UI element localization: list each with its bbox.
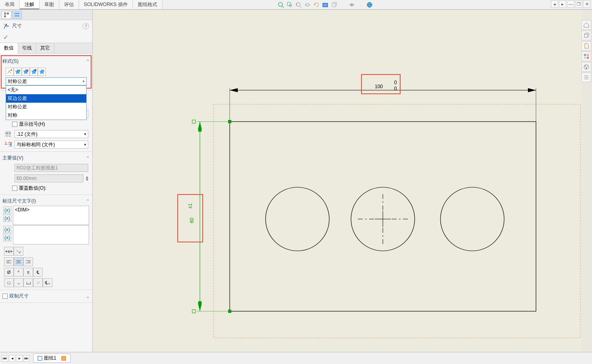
previous-view-icon[interactable] [295,1,302,8]
tab-sheet-format[interactable]: 图纸格式 [133,0,162,9]
tab-evaluate[interactable]: 评估 [59,0,79,9]
text-pos-2[interactable] [14,247,23,256]
zoom-fit-icon[interactable] [277,1,285,8]
text-prefix-icon[interactable]: (x) [3,207,11,214]
nav-first[interactable]: ⏮ [2,355,8,362]
drawing-canvas[interactable]: 100 0 0 60 ±1 [93,10,582,352]
tab-sketch[interactable]: 草图 [39,0,59,9]
style-dropdown[interactable]: 对称公差 ▾ [6,77,87,85]
symbol-counterbore[interactable]: ⌴ [23,278,33,287]
svg-text:60: 60 [189,217,195,223]
prev-window-btn[interactable]: ◂ [551,0,558,8]
symbol-centerline[interactable]: ℄ [33,268,43,277]
symbol-depth[interactable]: ⌵ [14,278,23,287]
tab-solidworks-addins[interactable]: SOLIDWORKS 插件 [79,0,133,9]
style-dropdown-list: <无> 双边公差 对称公差 对称 [6,85,87,120]
appearance-icon[interactable] [582,62,591,72]
sub-tab-leader[interactable]: 引线 [18,43,36,53]
sheet-menu-icon[interactable] [61,356,66,361]
precision2-select[interactable]: 与标称相同 (文件) ▾ [15,141,88,149]
justify-right[interactable] [23,257,33,266]
display-style-icon[interactable] [322,1,329,8]
primary-value-header[interactable]: 主要值(V) ⌃ [2,153,90,163]
svg-rect-12 [15,13,19,14]
dim-text-textarea2[interactable] [13,225,89,244]
next-window-btn[interactable]: ▸ [559,0,566,8]
style-load-icon[interactable] [38,68,46,76]
style-section-header[interactable]: 样式(S) ⌃ [2,57,90,66]
box-icon[interactable] [330,1,338,8]
nav-next[interactable]: ▸ [16,355,23,362]
style-apply-icon[interactable] [6,68,14,76]
symbol-diameter[interactable]: Ø [4,268,14,277]
maximize-btn[interactable]: ❐ [575,0,582,8]
justify-left[interactable] [4,257,14,266]
text-suffix2-icon[interactable]: (x) [3,234,11,241]
nav-prev[interactable]: ◂ [9,355,15,362]
help-icon[interactable]: ? [83,23,89,29]
dd-item-symmetric[interactable]: 对称 [6,111,86,120]
panel-mode-props-btn[interactable] [12,11,22,19]
nav-last[interactable]: ⏭ [23,355,30,362]
chevron-down-icon: ▾ [84,132,86,136]
zoom-area-icon[interactable] [286,1,293,8]
grid4-icon[interactable] [582,52,591,61]
box-toolbar-icon[interactable] [582,31,591,40]
override-value-checkbox[interactable] [12,186,17,191]
ok-check-icon[interactable]: ✓ [3,34,8,41]
svg-rect-54 [228,310,231,313]
symbol-plusminus[interactable]: ± [23,268,33,277]
dd-item-none[interactable]: <无> [6,86,86,94]
svg-rect-11 [4,15,6,17]
sub-tab-other[interactable]: 其它 [36,43,54,53]
visibility-icon[interactable] [348,1,355,8]
precision1-select[interactable]: .12 (文件) ▾ [15,130,88,138]
symbol-square[interactable]: □ [4,278,14,287]
rotate-view-icon[interactable] [313,1,320,8]
accept-row: ✓ [0,32,92,43]
close-btn[interactable]: ✕ [583,0,590,8]
spinner-down[interactable]: ▾ [86,178,88,181]
dd-item-symmetric-tol[interactable]: 对称公差 [6,103,86,111]
text-suffix-icon[interactable]: (x) [3,215,11,222]
minimize-btn[interactable]: ― [567,0,574,8]
svg-text:.xx: .xx [8,142,12,147]
text-pos-1[interactable]: +x+ [4,247,14,256]
right-toolbar [582,20,592,82]
separator: · [357,1,364,8]
symbol-degree[interactable]: ° [14,268,23,277]
svg-rect-10 [7,12,9,14]
symbol-thread[interactable]: ⟋ [33,278,43,287]
dim-text-textarea[interactable] [13,206,89,225]
sub-tab-value[interactable]: 数值 [0,43,18,54]
tab-annotation[interactable]: 注解 [20,0,39,9]
style-dropdown-wrap: 对称公差 ▾ <无> 双边公差 对称公差 对称 [6,77,87,85]
list-icon[interactable] [582,72,591,82]
sheet-nav-arrows: ⏮ ◂ ▸ ⏭ [0,355,30,362]
globe-icon[interactable] [366,1,373,8]
sheet-tab[interactable]: 图纸1 [33,354,71,363]
dd-item-bilateral[interactable]: 双边公差 [6,94,86,103]
style-icon-row [2,68,90,76]
style-add-icon[interactable] [14,68,22,76]
justify-center[interactable] [14,257,23,266]
home-icon[interactable] [582,20,591,30]
symbol-more[interactable]: ℄₊ [43,278,52,287]
svg-point-7 [351,4,353,6]
panel-title-bar: 尺寸 ? [0,20,92,32]
svg-text:±1: ±1 [187,203,193,209]
dual-dim-checkbox[interactable] [2,294,8,299]
chevron-up-icon: ⌃ [86,59,90,64]
text-prefix2-icon[interactable]: (x) [3,226,11,233]
dim-100-text: 100 [375,84,383,89]
style-delete-icon[interactable] [22,68,30,76]
file-icon[interactable] [582,41,591,51]
style-save-icon[interactable] [30,68,38,76]
section-view-icon[interactable] [304,1,311,8]
show-parentheses-checkbox[interactable] [12,122,17,127]
tab-layout[interactable]: 布局 [0,0,20,9]
style-section: 样式(S) ⌃ 对称公差 ▾ <无> 双边公差 对称公差 对称 [0,54,92,91]
dim-text-header[interactable]: 标注尺寸文字(I) ⌃ [2,196,90,206]
dual-dim-header[interactable]: 双制尺寸 ⌄ [2,292,90,301]
panel-mode-tree-btn[interactable] [2,11,11,19]
